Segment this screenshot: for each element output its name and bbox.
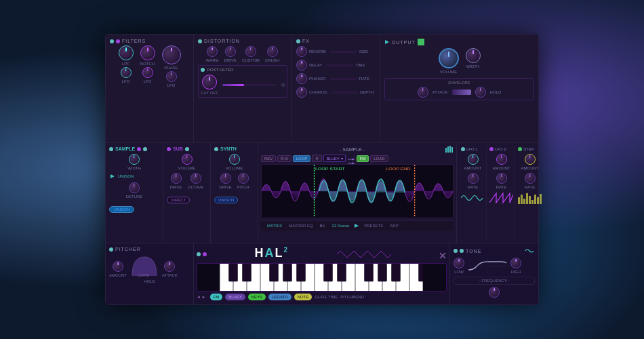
- high-knob[interactable]: [510, 258, 521, 268]
- svg-marker-1: [110, 174, 115, 178]
- matrix-btn[interactable]: MATRIX: [265, 223, 284, 228]
- fm-pill-btn[interactable]: FM: [210, 294, 223, 300]
- reverb-slider[interactable]: [330, 51, 357, 53]
- cutoff-slider[interactable]: [222, 84, 277, 86]
- step-rate-knob[interactable]: [525, 173, 536, 184]
- sample-width-knob[interactable]: [129, 154, 140, 165]
- sample-dot3: [143, 147, 147, 151]
- hold-knob[interactable]: [475, 87, 486, 98]
- pitcher-amount-knob[interactable]: [113, 261, 123, 272]
- svg-rect-36: [229, 264, 238, 281]
- lfo1-amount-knob[interactable]: [468, 154, 479, 165]
- ba-btn[interactable]: BA: [318, 223, 327, 228]
- legato-pill-btn[interactable]: LEGATO: [268, 294, 291, 300]
- fx-label: FX: [302, 39, 310, 43]
- sub-drive-knob[interactable]: [171, 173, 182, 184]
- pitcher-amount-label: AMOUNT: [109, 273, 127, 277]
- presets-btn[interactable]: PRESETS: [362, 223, 385, 228]
- keys-pill-btn[interactable]: KEYS: [248, 294, 266, 300]
- loop-btn[interactable]: LOOP: [293, 155, 311, 162]
- lfo1-rate-knob[interactable]: [468, 173, 479, 184]
- drive-knob[interactable]: [225, 46, 236, 57]
- arp-btn[interactable]: ARP: [388, 223, 400, 228]
- note-pill-btn[interactable]: NOTE: [294, 294, 313, 300]
- phase-knob[interactable]: [162, 45, 181, 64]
- warm-knob[interactable]: [207, 46, 218, 57]
- synth-unison-btn[interactable]: UNISON: [214, 197, 238, 203]
- octave-group: OCTAVE: [188, 173, 204, 189]
- notch-lfo-label: LFO: [144, 79, 152, 83]
- cutoff-knob[interactable]: [202, 75, 217, 89]
- notch-lfo-knob[interactable]: [142, 67, 153, 78]
- unison-btn[interactable]: UNISON: [109, 206, 134, 213]
- close-icon[interactable]: [439, 250, 447, 258]
- svg-marker-10: [355, 224, 359, 228]
- reese-btn[interactable]: 22 Reese: [330, 223, 352, 228]
- pitch-group: PITCH: [237, 173, 249, 189]
- delay-slider[interactable]: [326, 64, 353, 66]
- waveform-panel: - SAMPLE - REV R-S LOOP ✕ BLUEY ▾: [258, 143, 457, 243]
- distortion-dot: [198, 39, 202, 43]
- detune-knob[interactable]: [129, 182, 140, 193]
- custom-knob[interactable]: [245, 46, 256, 57]
- rs-btn[interactable]: R-S: [277, 155, 291, 162]
- piano-keys[interactable]: [197, 263, 447, 292]
- width-knob[interactable]: [466, 48, 481, 63]
- pitcher-attack-knob[interactable]: [164, 261, 175, 272]
- svg-rect-5: [451, 147, 453, 153]
- crush-knob[interactable]: [267, 46, 278, 57]
- phase-lfo-label: LFO: [167, 83, 176, 87]
- sub-volume-knob[interactable]: [182, 154, 193, 165]
- keyboard-dot2: [203, 252, 207, 256]
- direct-btn[interactable]: DIRECT: [167, 197, 190, 203]
- sample-width-label: WIDTH: [127, 166, 141, 170]
- svg-rect-41: [324, 264, 333, 281]
- phase-label: PHASE: [164, 66, 178, 70]
- attack-knob[interactable]: [418, 87, 428, 98]
- chorus-slider[interactable]: [331, 92, 358, 94]
- lfo2-amount-knob[interactable]: [496, 154, 507, 165]
- output-panel: OUTPUT VOLUME WIDTH ENVELOPE ATTACK: [380, 35, 538, 142]
- step-amount-knob[interactable]: [525, 154, 536, 165]
- preset-dropdown[interactable]: BLUEY ▾: [323, 155, 345, 162]
- detune-label: DETUNE: [126, 195, 143, 199]
- fm-btn[interactable]: FM: [357, 155, 369, 162]
- synth-drive-knob[interactable]: [220, 173, 231, 184]
- master-eq-btn[interactable]: MASTER EQ: [287, 223, 315, 228]
- phaser-slider[interactable]: [330, 78, 357, 80]
- shuffle-icon[interactable]: [347, 155, 355, 162]
- play-icon: [384, 39, 390, 45]
- lpf-knob[interactable]: [119, 45, 134, 60]
- phaser-knob[interactable]: [296, 73, 307, 84]
- frequency-knob[interactable]: [489, 287, 500, 298]
- low-knob-group: LOW: [454, 258, 464, 274]
- reverb-knob[interactable]: [296, 46, 307, 57]
- chorus-knob[interactable]: [296, 87, 307, 98]
- low-knob[interactable]: [454, 258, 464, 268]
- lfo2-shape: [489, 192, 513, 204]
- delay-knob[interactable]: [296, 60, 307, 71]
- notch-knob[interactable]: [140, 45, 155, 60]
- filters-dot: [110, 39, 114, 43]
- synth-volume-group: VOLUME: [226, 154, 243, 170]
- lpf-lfo-knob[interactable]: [121, 67, 132, 78]
- load-btn[interactable]: LOAD: [370, 155, 388, 162]
- svg-rect-40: [297, 264, 306, 281]
- pitcher-attack-label: ATTACK: [162, 273, 178, 277]
- pitch-knob[interactable]: [238, 173, 249, 184]
- lfo2-rate-knob[interactable]: [496, 173, 507, 184]
- play-btn-icon[interactable]: [354, 223, 359, 228]
- octave-knob[interactable]: [190, 173, 201, 184]
- phase-lfo-knob[interactable]: [166, 71, 177, 82]
- top-section: FILTERS LPF LFO NOTCH LFO PHASE: [106, 35, 538, 143]
- x-btn[interactable]: ✕: [312, 155, 322, 162]
- svg-rect-3: [447, 146, 449, 153]
- volume-knob[interactable]: [439, 48, 459, 68]
- bluey-pill-btn[interactable]: BLUEY: [225, 294, 245, 300]
- decoration-wave: [337, 250, 391, 258]
- lfo2-label: LFO 2: [495, 147, 506, 151]
- tone-icon[interactable]: [524, 247, 535, 255]
- rev-btn[interactable]: REV: [261, 155, 276, 162]
- synth-volume-knob[interactable]: [229, 154, 240, 165]
- filters-label: FILTERS: [122, 39, 146, 43]
